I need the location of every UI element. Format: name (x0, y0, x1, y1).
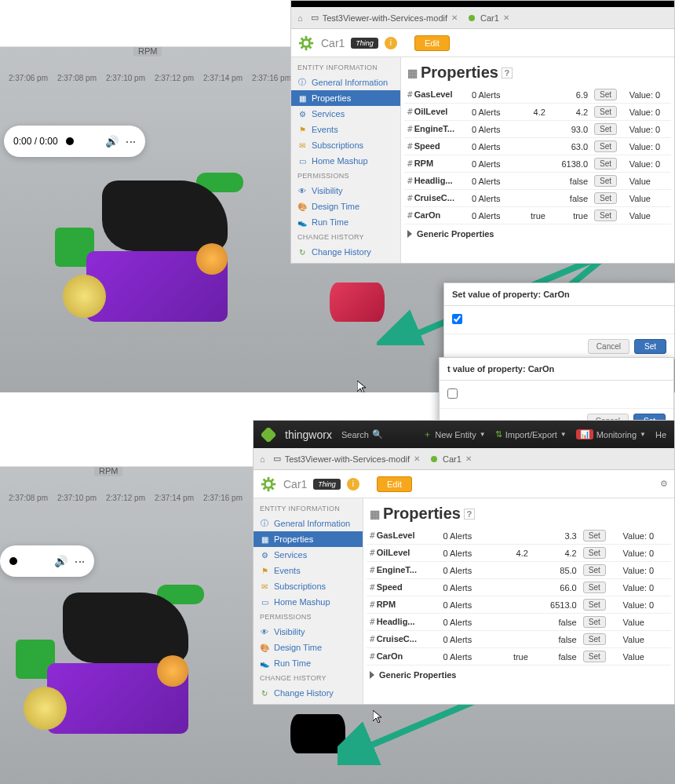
table-row[interactable]: #Headlig...0 AlertsfalseSetValue (404, 173, 671, 190)
generic-properties-toggle[interactable]: Generic Properties (367, 665, 671, 684)
table-row[interactable]: #RPM0 Alerts6138.0SetValue: 0 (404, 155, 671, 173)
new-entity-button[interactable]: ＋New Entity▼ (423, 428, 486, 440)
tl-tick: 2:37:10 pm (53, 494, 101, 502)
value-cell (488, 579, 531, 596)
set-button[interactable]: Set (594, 175, 617, 187)
set-button[interactable]: Set (634, 339, 666, 354)
sidebar-item-services[interactable]: ⚙Services (254, 547, 363, 563)
spark-plug-red[interactable] (330, 283, 385, 322)
sidebar-item-designtime[interactable]: 🎨Design Time (254, 640, 363, 655)
sidebar-item-events[interactable]: ⚑Events (291, 122, 400, 137)
set-button[interactable]: Set (583, 582, 606, 593)
set-button[interactable]: Set (583, 616, 606, 628)
table-row[interactable]: #CarOn0 AlertstruefalseSetValue (367, 648, 671, 665)
table-row[interactable]: #EngineT...0 Alerts85.0SetValue: 0 (367, 562, 671, 579)
help-icon[interactable]: ? (464, 509, 475, 520)
close-icon[interactable]: ✕ (503, 13, 509, 22)
engine-model[interactable] (63, 165, 251, 353)
tab-viewer[interactable]: ▭Test3Viewer-with-Services-modif✕ (272, 450, 421, 467)
progress-thumb[interactable] (66, 137, 74, 145)
search-input[interactable]: Search🔍 (341, 429, 383, 439)
sidebar-item-properties[interactable]: ▦Properties (291, 90, 400, 106)
properties-table: #GasLevel0 Alerts6.9SetValue: 0#OilLevel… (404, 86, 671, 224)
table-row[interactable]: #CruiseC...0 AlertsfalseSetValue (367, 631, 671, 648)
tab-viewer[interactable]: ▭Test3Viewer-with-Services-modif✕ (309, 9, 459, 26)
set-button[interactable]: Set (594, 158, 617, 170)
table-row[interactable]: #OilLevel0 Alerts4.24.2SetValue: 0 (367, 545, 671, 562)
sidebar-item-subscriptions[interactable]: ✉Subscriptions (291, 137, 400, 153)
value-cell: 3.3 (531, 527, 580, 545)
set-button[interactable]: Set (583, 599, 606, 611)
value-checkbox[interactable] (452, 314, 462, 324)
value-cell: 4.2 (531, 545, 580, 562)
home-icon[interactable]: ⌂ (297, 13, 303, 23)
table-row[interactable]: #EngineT...0 Alerts93.0SetValue: 0 (404, 121, 671, 138)
value-cell: 4.2 (488, 545, 531, 562)
sidebar-item-properties[interactable]: ▦Properties (254, 531, 363, 547)
sidebar-item-runtime[interactable]: 👟Run Time (254, 655, 363, 671)
close-icon[interactable]: ✕ (414, 454, 420, 463)
engine-model[interactable] (24, 577, 212, 765)
set-button[interactable]: Set (594, 106, 617, 118)
sidebar-item-visibility[interactable]: 👁Visibility (254, 624, 363, 640)
info-icon[interactable]: i (385, 37, 397, 49)
set-button[interactable]: Set (583, 633, 606, 645)
table-row[interactable]: #CruiseC...0 AlertsfalseSetValue (404, 190, 671, 207)
help-icon[interactable]: ? (502, 67, 513, 78)
more-icon[interactable]: ⋮ (74, 556, 86, 566)
set-button[interactable]: Set (583, 651, 606, 662)
sidebar-item-history[interactable]: ↻Change History (291, 244, 400, 260)
edit-button[interactable]: Edit (377, 476, 412, 492)
generic-properties-toggle[interactable]: Generic Properties (404, 224, 671, 243)
sidebar-item-subscriptions[interactable]: ✉Subscriptions (254, 578, 363, 594)
set-button[interactable]: Set (594, 192, 617, 204)
set-button[interactable]: Set (594, 89, 617, 100)
set-button[interactable]: Set (594, 123, 617, 135)
set-button[interactable]: Set (583, 547, 606, 559)
volume-icon[interactable]: 🔊 (54, 555, 68, 567)
sidebar-item-general[interactable]: ⓘGeneral Information (254, 516, 363, 531)
close-icon[interactable]: ✕ (465, 454, 472, 463)
edit-button[interactable]: Edit (414, 35, 450, 51)
sidebar-item-mashup[interactable]: ▭Home Mashup (291, 153, 400, 169)
table-row[interactable]: #GasLevel0 Alerts6.9SetValue: 0 (404, 86, 671, 104)
info-icon[interactable]: i (347, 478, 359, 490)
sidebar-item-designtime[interactable]: 🎨Design Time (291, 199, 400, 214)
spark-plug-black[interactable] (290, 714, 345, 753)
sidebar-item-events[interactable]: ⚑Events (254, 563, 363, 578)
media-controls[interactable]: 0:00 / 0:00 🔊 ⋮ (4, 126, 145, 157)
tab-car1[interactable]: Car1✕ (428, 451, 473, 467)
close-icon[interactable]: ✕ (451, 13, 458, 22)
sidebar-item-runtime[interactable]: 👟Run Time (291, 214, 400, 230)
sidebar-item-visibility[interactable]: 👁Visibility (291, 183, 400, 199)
sidebar-item-mashup[interactable]: ▭Home Mashup (254, 594, 363, 610)
sidebar-item-general[interactable]: ⓘGeneral Information (291, 75, 400, 90)
expand-icon (370, 671, 374, 679)
set-button[interactable]: Set (583, 564, 606, 576)
cancel-button[interactable]: Cancel (588, 339, 629, 354)
table-row[interactable]: #RPM0 Alerts6513.0SetValue: 0 (367, 596, 671, 614)
tab-car1[interactable]: Car1✕ (465, 10, 511, 26)
table-row[interactable]: #CarOn0 AlertstruetrueSetValue (404, 207, 671, 224)
home-icon[interactable]: ⌂ (260, 454, 265, 464)
set-button[interactable]: Set (594, 140, 617, 152)
help-button[interactable]: He (655, 430, 666, 439)
import-export-button[interactable]: ⇅Import/Export▼ (495, 429, 567, 439)
monitoring-button[interactable]: 📊Monitoring▼ (576, 429, 646, 439)
more-icon[interactable]: ⋮ (125, 137, 137, 146)
table-row[interactable]: #GasLevel0 Alerts3.3SetValue: 0 (367, 527, 671, 545)
value-checkbox[interactable] (447, 388, 458, 399)
settings-icon[interactable]: ⚙ (660, 479, 668, 489)
set-button[interactable]: Set (594, 210, 617, 221)
set-button[interactable]: Set (583, 530, 606, 542)
gear-icon: ⚙ (297, 109, 307, 119)
table-row[interactable]: #Speed0 Alerts66.0SetValue: 0 (367, 579, 671, 596)
sidebar-item-services[interactable]: ⚙Services (291, 106, 400, 122)
media-controls[interactable]: 🔊 ⋮ (0, 545, 94, 577)
volume-icon[interactable]: 🔊 (105, 135, 119, 148)
progress-thumb[interactable] (9, 557, 17, 565)
sidebar-item-history[interactable]: ↻Change History (254, 685, 363, 701)
table-row[interactable]: #Speed0 Alerts63.0SetValue: 0 (404, 138, 671, 155)
table-row[interactable]: #Headlig...0 AlertsfalseSetValue (367, 614, 671, 631)
table-row[interactable]: #OilLevel0 Alerts4.24.2SetValue: 0 (404, 104, 671, 121)
